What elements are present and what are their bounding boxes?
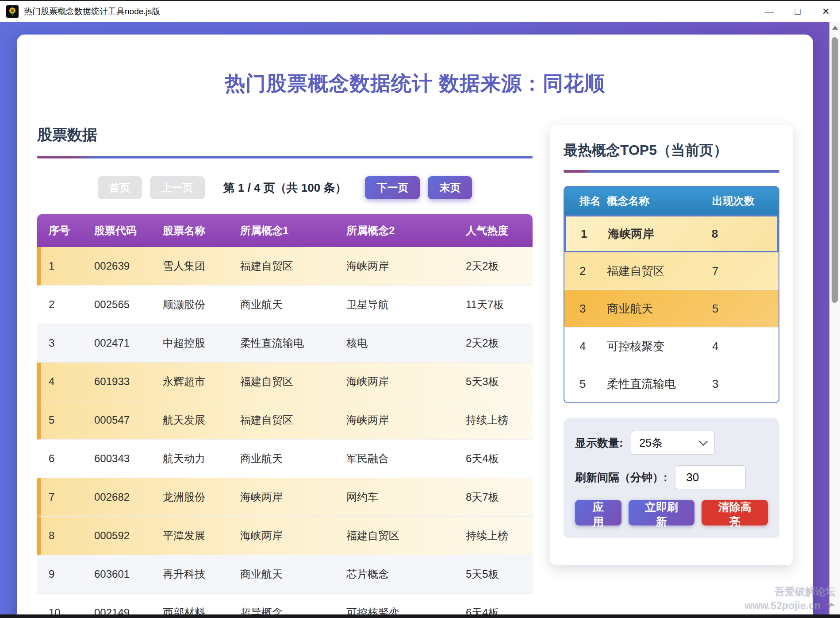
watermark-line2: www.52pojie.cn — [744, 599, 821, 613]
top5-cell-rank: 1 — [566, 227, 602, 241]
top5-underline — [564, 170, 779, 173]
cell-concept1: 商业航天 — [229, 286, 335, 324]
cell-concept1: 海峡两岸 — [229, 478, 335, 517]
watermark-line1: 吾爱破解论坛 — [744, 584, 836, 599]
table-row: 4 601933 永辉超市 福建自贸区 海峡两岸 5天3板 — [37, 363, 533, 401]
window-titlebar: 热门股票概念数据统计工具node.js版 — □ ✕ — [0, 0, 840, 22]
table-row: 3 002471 中超控股 柔性直流输电 核电 2天2板 — [37, 324, 533, 363]
cell-index: 1 — [37, 247, 83, 286]
maximize-icon: □ — [795, 6, 801, 17]
cell-stock-code: 000547 — [83, 401, 151, 440]
page-background: 热门股票概念数据统计 数据来源：同花顺 股票数据 首页 上一页 第 1 / 4 … — [0, 21, 840, 614]
prev-page-button[interactable]: 上一页 — [150, 176, 205, 199]
next-page-button[interactable]: 下一页 — [365, 176, 420, 199]
top5-cell-rank: 5 — [564, 377, 601, 391]
top5-table: 排名 概念名称 出现次数 1 海峡两岸 8 2 — [564, 186, 779, 403]
close-button[interactable]: ✕ — [812, 1, 840, 22]
cell-stock-code: 002639 — [83, 247, 151, 286]
cell-concept1: 商业航天 — [229, 440, 335, 478]
top5-column-rank: 排名 — [564, 194, 601, 208]
top5-cell-name: 福建自贸区 — [601, 263, 712, 279]
scroll-up-arrow-icon[interactable] — [832, 26, 838, 30]
cell-stock-code: 002471 — [83, 324, 151, 363]
column-header-heat: 人气热度 — [454, 214, 533, 247]
top5-cell-rank: 3 — [564, 302, 601, 316]
cell-heat: 2天2板 — [454, 324, 533, 363]
cell-stock-code: 603601 — [83, 555, 151, 594]
cell-concept2: 芯片概念 — [335, 555, 454, 594]
top5-column-count: 出现次数 — [712, 194, 779, 208]
top5-row: 5 柔性直流输电 3 — [564, 365, 779, 402]
minimize-button[interactable]: — — [755, 1, 783, 22]
first-page-button[interactable]: 首页 — [98, 176, 142, 199]
watermark: 吾爱破解论坛 www.52pojie.cn — [744, 584, 836, 613]
top5-row: 1 海峡两岸 8 — [564, 215, 779, 252]
cell-concept2: 网约车 — [335, 478, 454, 517]
top5-cell-rank: 4 — [564, 340, 601, 353]
settings-buttons: 应用 立即刷新 清除高亮 — [575, 500, 768, 525]
apply-button[interactable]: 应用 — [575, 500, 621, 525]
top5-cell-name: 商业航天 — [601, 301, 712, 317]
cell-stock-name: 雪人集团 — [151, 247, 229, 286]
cell-index: 7 — [37, 478, 83, 517]
top5-title: 最热概念TOP5（当前页） — [564, 141, 779, 170]
top5-cell-name: 海峡两岸 — [602, 226, 712, 242]
column-header-concept1: 所属概念1 — [229, 214, 335, 247]
cell-heat: 2天2板 — [454, 247, 533, 286]
minimize-icon: — — [765, 6, 774, 17]
page-info: 第 1 / 4 页（共 100 条） — [223, 180, 347, 196]
top5-panel: 最热概念TOP5（当前页） 排名 概念名称 出现次数 1 海峡两岸 — [550, 125, 793, 565]
cell-concept2: 海峡两岸 — [335, 363, 454, 401]
cell-heat: 持续上榜 — [454, 517, 533, 555]
cell-index: 3 — [37, 324, 83, 363]
cell-heat: 11天7板 — [454, 286, 533, 324]
top5-cell-count: 4 — [712, 340, 779, 353]
table-row: 7 002682 龙洲股份 海峡两岸 网约车 8天7板 — [37, 478, 533, 517]
chevron-down-icon — [699, 437, 708, 446]
cell-stock-name: 永辉超市 — [151, 363, 229, 401]
column-header-index: 序号 — [37, 214, 83, 247]
last-page-button[interactable]: 末页 — [428, 176, 472, 199]
cell-stock-name: 航天动力 — [151, 440, 229, 478]
cell-concept2: 海峡两岸 — [335, 247, 454, 286]
cell-concept2: 军民融合 — [335, 440, 454, 478]
top5-cell-rank: 2 — [564, 264, 601, 278]
cell-heat: 5天3板 — [454, 363, 533, 401]
table-row: 9 603601 再升科技 商业航天 芯片概念 5天5板 — [37, 555, 533, 594]
sunflower-icon — [8, 7, 17, 16]
column-header-code: 股票代码 — [83, 214, 151, 247]
display-count-row: 显示数量: 25条 — [575, 431, 768, 455]
cell-concept2: 海峡两岸 — [335, 401, 454, 440]
clear-highlight-button[interactable]: 清除高亮 — [702, 500, 768, 525]
watermark-logo-icon — [824, 602, 836, 610]
settings-box: 显示数量: 25条 刷新间隔（分钟）: 应用 立即刷新 — [564, 418, 779, 538]
table-row: 6 600343 航天动力 商业航天 军民融合 6天4板 — [37, 440, 533, 478]
cell-stock-name: 航天发展 — [151, 401, 229, 440]
main-card: 热门股票概念数据统计 数据来源：同花顺 股票数据 首页 上一页 第 1 / 4 … — [17, 35, 813, 618]
cell-stock-name: 顺灏股份 — [151, 286, 229, 324]
content-row: 股票数据 首页 上一页 第 1 / 4 页（共 100 条） 下一页 末页 — [37, 125, 793, 618]
cell-concept1: 福建自贸区 — [229, 401, 335, 440]
pagination: 首页 上一页 第 1 / 4 页（共 100 条） 下一页 末页 — [37, 176, 533, 199]
maximize-button[interactable]: □ — [783, 1, 812, 22]
top5-row: 3 商业航天 5 — [564, 290, 779, 328]
stocks-section-title: 股票数据 — [37, 125, 533, 156]
scrollbar-track[interactable] — [829, 21, 840, 614]
window-controls: — □ ✕ — [755, 1, 840, 22]
cell-stock-code: 002565 — [83, 286, 151, 324]
refresh-interval-row: 刷新间隔（分钟）: — [575, 465, 768, 489]
top5-cell-count: 5 — [712, 302, 779, 316]
stock-table-body: 1 002639 雪人集团 福建自贸区 海峡两岸 2天2板 2 002565 — [37, 247, 533, 618]
top5-table-header: 排名 概念名称 出现次数 — [564, 187, 779, 215]
table-row: 8 000592 平潭发展 海峡两岸 福建自贸区 持续上榜 — [37, 517, 533, 555]
refresh-interval-input[interactable] — [675, 465, 746, 489]
refresh-now-button[interactable]: 立即刷新 — [629, 500, 695, 525]
top5-cell-count: 7 — [712, 264, 779, 278]
table-row: 1 002639 雪人集团 福建自贸区 海峡两岸 2天2板 — [37, 247, 533, 286]
column-header-concept2: 所属概念2 — [335, 214, 454, 247]
display-count-select[interactable]: 25条 — [631, 431, 715, 455]
top5-cell-count: 8 — [712, 227, 777, 241]
cell-index: 6 — [37, 440, 83, 478]
stock-table: 序号 股票代码 股票名称 所属概念1 所属概念2 人气热度 1 002 — [37, 214, 533, 618]
scrollbar-thumb[interactable] — [832, 37, 838, 303]
